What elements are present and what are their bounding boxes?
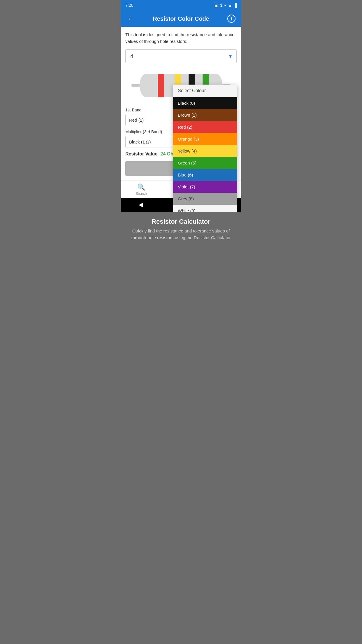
band1-dropdown[interactable]: Red (2) ▾ [125, 114, 179, 126]
color-option-item[interactable]: Violet (7) [173, 181, 237, 193]
battery-icon: ▐ [234, 3, 237, 8]
bottom-caption: Resistor Calculator Quickly find the res… [121, 212, 241, 247]
multiplier-value: Black (1 Ω) [129, 139, 151, 144]
color-option-item[interactable]: Grey (8) [173, 193, 237, 205]
color-option-item[interactable]: White (9) [173, 205, 237, 212]
color-picker-title: Select Colour [173, 85, 237, 97]
band-count-dropdown[interactable]: 4 ▾ [125, 49, 237, 63]
description-text: This tool is designed to find the resist… [125, 32, 237, 45]
svg-point-3 [140, 74, 152, 97]
nav-search-label: Search [136, 192, 147, 196]
color-option-item[interactable]: Blue (6) [173, 169, 237, 181]
info-icon: i [227, 15, 236, 23]
bottom-caption-title: Resistor Calculator [125, 218, 237, 225]
status-icons: ▣ $ ▾ ▲ ▐ [215, 3, 237, 8]
status-time: 7:26 [125, 3, 133, 8]
android-back-icon [139, 203, 143, 207]
resistor-value-label: Resistor Value [125, 151, 157, 157]
back-icon: ← [127, 15, 134, 22]
color-picker-dropdown: Select Colour Black (0)Brown (1)Red (2)O… [173, 85, 237, 212]
multiplier-label: Multiplier (3rd Band) [125, 130, 179, 134]
pay-icon: $ [220, 3, 222, 8]
color-option-item[interactable]: Green (5) [173, 157, 237, 169]
sim-icon: ▣ [215, 3, 218, 8]
color-option-item[interactable]: Orange (3) [173, 133, 237, 145]
info-button[interactable]: i [226, 15, 237, 23]
color-option-item[interactable]: Yellow (4) [173, 145, 237, 157]
signal-icon: ▲ [228, 3, 232, 8]
color-option-item[interactable]: Red (2) [173, 121, 237, 133]
color-options-list: Black (0)Brown (1)Red (2)Orange (3)Yello… [173, 97, 237, 212]
color-option-item[interactable]: Brown (1) [173, 109, 237, 121]
back-button[interactable]: ← [125, 15, 136, 22]
band1-group: 1st Band Red (2) ▾ [125, 108, 179, 126]
svg-rect-5 [158, 74, 164, 97]
color-option-item[interactable]: Black (0) [173, 97, 237, 109]
wifi-icon: ▾ [224, 3, 226, 8]
nav-search[interactable]: 🔍 Search [136, 183, 147, 196]
app-title: Resistor Color Code [136, 15, 226, 22]
multiplier-group: Multiplier (3rd Band) Black (1 Ω) ▾ [125, 130, 179, 148]
phone-screen: 7:26 ▣ $ ▾ ▲ ▐ ← Resistor Color Code i T… [121, 0, 241, 212]
bottom-caption-text: Quickly find the resistance and toleranc… [125, 228, 237, 241]
phone-wrapper: 7:26 ▣ $ ▾ ▲ ▐ ← Resistor Color Code i T… [121, 0, 241, 247]
band-count-chevron-icon: ▾ [229, 53, 232, 60]
status-bar: 7:26 ▣ $ ▾ ▲ ▐ [121, 0, 241, 10]
band1-label: 1st Band [125, 108, 179, 112]
band-count-value: 4 [130, 53, 133, 60]
app-bar: ← Resistor Color Code i [121, 10, 241, 27]
multiplier-dropdown[interactable]: Black (1 Ω) ▾ [125, 136, 179, 148]
search-icon: 🔍 [137, 183, 145, 191]
band1-value: Red (2) [129, 118, 144, 123]
android-back-button[interactable] [139, 203, 143, 207]
